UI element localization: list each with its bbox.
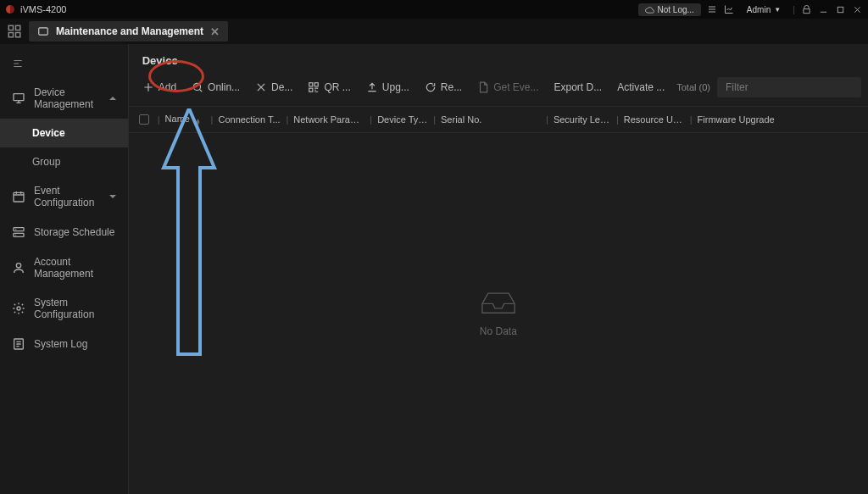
- tab-icon: [37, 25, 49, 37]
- sidebar-item-system-configuration[interactable]: System Configuration: [0, 288, 128, 329]
- col-network[interactable]: Network Param...: [288, 114, 370, 125]
- main-panel: Device Add Onlin... De... QR ... Upg...: [129, 44, 868, 494]
- cloud-icon: [645, 5, 654, 14]
- export-button[interactable]: Export D...: [548, 78, 609, 97]
- refresh-button[interactable]: Re...: [418, 78, 469, 97]
- svg-point-12: [16, 264, 20, 268]
- tab-maintenance[interactable]: Maintenance and Management ✕: [29, 21, 228, 42]
- app-logo-icon: [5, 4, 15, 14]
- select-all-checkbox[interactable]: [139, 114, 158, 125]
- apps-icon[interactable]: [7, 24, 22, 39]
- svg-rect-0: [837, 7, 843, 12]
- list-icon[interactable]: [706, 3, 718, 15]
- col-connection[interactable]: Connection T...: [213, 114, 286, 125]
- svg-point-10: [15, 229, 16, 230]
- titlebar: iVMS-4200 Not Log... Admin ▼ |: [0, 0, 868, 19]
- table-header: | Name ▲▼ | Connection T... | Network Pa…: [129, 107, 868, 133]
- col-name[interactable]: Name ▲▼: [160, 114, 211, 125]
- svg-rect-1: [8, 25, 13, 30]
- chart-icon[interactable]: [723, 3, 735, 15]
- inbox-icon: [480, 290, 517, 315]
- svg-rect-8: [14, 228, 24, 231]
- tab-close-icon[interactable]: ✕: [210, 25, 220, 38]
- sidebar-item-account-management[interactable]: Account Management: [0, 247, 128, 288]
- activate-button[interactable]: Activate ...: [610, 78, 671, 97]
- upload-icon: [366, 81, 378, 93]
- sidebar: Device Management Device Group Event Con…: [0, 44, 129, 494]
- sidebar-sub-device[interactable]: Device: [0, 119, 128, 147]
- gear-icon: [12, 302, 25, 315]
- calendar-icon: [12, 190, 25, 203]
- close-icon[interactable]: [851, 3, 863, 15]
- svg-rect-3: [8, 33, 13, 37]
- log-icon: [12, 337, 25, 351]
- maximize-icon[interactable]: [834, 3, 846, 15]
- svg-point-11: [15, 235, 16, 236]
- svg-rect-7: [14, 192, 24, 202]
- svg-rect-17: [315, 83, 319, 86]
- sidebar-collapse-icon[interactable]: [0, 53, 128, 78]
- svg-rect-2: [16, 25, 20, 30]
- svg-rect-18: [309, 88, 313, 92]
- sidebar-item-device-management[interactable]: Device Management: [0, 78, 128, 119]
- svg-rect-5: [39, 28, 48, 35]
- lock-icon[interactable]: [800, 3, 812, 15]
- page-title: Device: [129, 44, 868, 74]
- add-button[interactable]: Add: [136, 78, 183, 97]
- col-device-type[interactable]: Device Type: [372, 114, 433, 125]
- tabbar: Maintenance and Management ✕: [0, 19, 868, 44]
- sidebar-item-event-configuration[interactable]: Event Configuration: [0, 176, 128, 217]
- svg-rect-6: [14, 94, 24, 101]
- sidebar-sub-group[interactable]: Group: [0, 147, 128, 176]
- svg-point-13: [17, 307, 20, 310]
- chevron-down-icon: ▼: [774, 6, 781, 14]
- filter-input[interactable]: [717, 77, 861, 97]
- online-device-button[interactable]: Onlin...: [185, 78, 247, 97]
- svg-rect-4: [16, 33, 20, 37]
- sidebar-item-storage-schedule[interactable]: Storage Schedule: [0, 217, 128, 247]
- refresh-icon: [425, 81, 437, 93]
- svg-rect-9: [14, 233, 24, 236]
- user-icon: [12, 261, 25, 275]
- svg-rect-16: [309, 83, 313, 86]
- storage-icon: [12, 225, 25, 239]
- minimize-icon[interactable]: [817, 3, 829, 15]
- plus-icon: [142, 81, 154, 93]
- sort-icon: ▲▼: [195, 119, 201, 125]
- delete-button[interactable]: De...: [248, 78, 299, 97]
- total-count: Total (0): [676, 82, 710, 92]
- x-icon: [255, 81, 267, 93]
- not-logged-button[interactable]: Not Log...: [638, 3, 701, 16]
- get-events-button[interactable]: Get Eve...: [470, 78, 545, 97]
- toolbar: Add Onlin... De... QR ... Upg... Re...: [129, 74, 868, 107]
- app-title: iVMS-4200: [20, 4, 66, 14]
- col-firmware[interactable]: Firmware Upgrade: [693, 114, 858, 125]
- col-serial[interactable]: Serial No.: [436, 114, 546, 125]
- user-menu[interactable]: Admin ▼: [740, 3, 787, 16]
- col-resource[interactable]: Resource Us...: [619, 114, 690, 125]
- document-icon: [477, 81, 489, 93]
- svg-point-15: [193, 83, 200, 90]
- upgrade-button[interactable]: Upg...: [359, 78, 416, 97]
- qr-button[interactable]: QR ...: [301, 78, 357, 97]
- monitor-icon: [12, 92, 25, 105]
- qr-icon: [308, 81, 320, 93]
- sidebar-item-system-log[interactable]: System Log: [0, 329, 128, 359]
- col-security[interactable]: Security Level: [548, 114, 616, 125]
- empty-state: No Data: [129, 133, 868, 494]
- search-online-icon: [192, 81, 203, 93]
